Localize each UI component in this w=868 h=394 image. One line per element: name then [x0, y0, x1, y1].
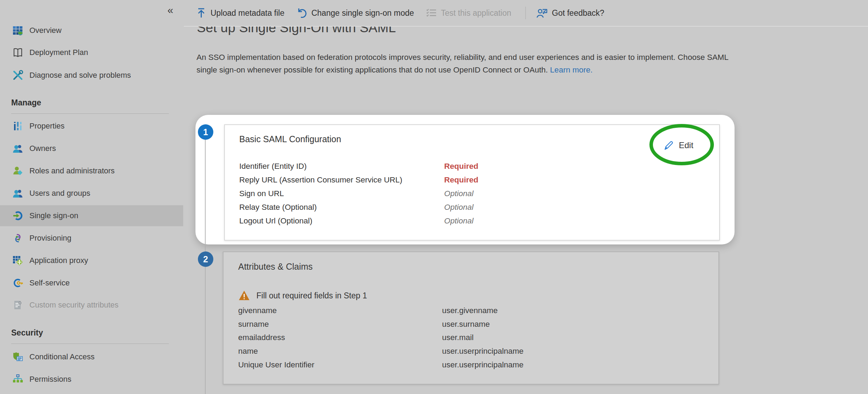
upload-metadata-file-button[interactable]: Upload metadata file: [197, 8, 284, 18]
roles-icon: [13, 166, 23, 176]
table-row: Unique User Identifier user.userprincipa…: [238, 358, 315, 372]
sidebar-item-custom-security-attributes[interactable]: Custom security attributes: [0, 297, 183, 313]
warning-icon: [238, 290, 250, 301]
custom-attributes-icon: [13, 300, 23, 310]
properties-icon: [13, 121, 23, 131]
checklist-icon: [426, 8, 436, 18]
provisioning-icon: [13, 233, 23, 243]
optional-value: Optional: [444, 214, 474, 228]
sidebar-item-application-proxy[interactable]: Application proxy: [0, 253, 183, 268]
sidebar-item-users-groups[interactable]: Users and groups: [0, 186, 183, 201]
table-row: Identifier (Entity ID) Required: [239, 159, 402, 173]
table-row: emailaddress user.mail: [238, 331, 315, 345]
warning-message: Fill out required fields in Step 1: [238, 289, 367, 303]
sidebar-item-diagnose[interactable]: Diagnose and solve problems: [0, 68, 183, 83]
table-row: givenname user.givenname: [238, 304, 315, 318]
required-value: Required: [444, 173, 478, 187]
table-row: Sign on URL Optional: [239, 187, 402, 200]
toolbar-separator: [525, 7, 526, 19]
got-feedback-button[interactable]: Got feedback?: [536, 7, 605, 19]
table-row: Reply URL (Assertion Consumer Service UR…: [239, 173, 402, 187]
table-row: surname user.surname: [238, 318, 315, 331]
optional-value: Optional: [444, 187, 474, 200]
edit-button[interactable]: Edit: [662, 136, 693, 155]
divider: [11, 344, 169, 344]
page-description: An SSO implementation based on federatio…: [197, 51, 740, 76]
upload-icon: [197, 8, 206, 18]
table-row: Logout Url (Optional) Optional: [239, 214, 402, 228]
table-row: name user.userprincipalname: [238, 345, 315, 358]
change-sso-mode-button[interactable]: Change single sign-on mode: [296, 7, 414, 19]
diagnose-icon: [13, 70, 23, 81]
basic-saml-configuration-card: Basic SAML Configuration Edit Identifier…: [224, 124, 720, 241]
self-service-icon: [13, 278, 23, 288]
pencil-icon: [662, 139, 674, 151]
feedback-icon: [536, 7, 547, 19]
required-value: Required: [444, 159, 478, 173]
step-connector-line: [205, 132, 206, 251]
owners-icon: [13, 143, 23, 154]
learn-more-link[interactable]: Learn more.: [550, 65, 592, 74]
permissions-icon: [13, 374, 23, 385]
sidebar-item-overview[interactable]: Overview: [0, 23, 183, 38]
sidebar-item-self-service[interactable]: Self-service: [0, 275, 183, 291]
single-sign-on-icon: [13, 210, 23, 221]
sidebar-item-conditional-access[interactable]: Conditional Access: [0, 349, 183, 365]
description-text: An SSO implementation based on federatio…: [197, 53, 728, 74]
overview-icon: [13, 25, 23, 36]
edit-button-label: Edit: [679, 140, 693, 150]
sidebar-section-manage: Manage: [11, 98, 41, 108]
sidebar-item-permissions[interactable]: Permissions: [0, 372, 183, 387]
sidebar-item-owners[interactable]: Owners: [0, 141, 183, 156]
divider: [11, 113, 169, 114]
sidebar-item-single-sign-on[interactable]: Single sign-on: [0, 205, 183, 226]
app-proxy-icon: [13, 255, 23, 266]
optional-value: Optional: [444, 200, 474, 214]
sidebar: « Overview Deployment Plan: [0, 0, 184, 394]
deployment-plan-icon: [13, 47, 23, 58]
conditional-access-icon: [13, 352, 23, 362]
sidebar-item-deployment-plan[interactable]: Deployment Plan: [0, 45, 183, 60]
saml-config-rows: Identifier (Entity ID) Required Reply UR…: [239, 159, 402, 228]
step2-badge: 2: [198, 251, 213, 267]
command-bar: Upload metadata file Change single sign-…: [184, 0, 868, 27]
card2-title: Attributes & Claims: [238, 262, 313, 272]
users-groups-icon: [13, 188, 23, 199]
attributes-claims-card: Attributes & Claims Fill out required fi…: [223, 251, 719, 385]
step1-badge: 1: [198, 124, 213, 140]
undo-icon: [296, 7, 307, 19]
sidebar-item-properties[interactable]: Properties: [0, 118, 183, 134]
collapse-sidebar-button[interactable]: «: [167, 5, 173, 15]
step-connector-line: [205, 259, 206, 394]
claims-rows: givenname user.givenname surname user.su…: [238, 304, 315, 372]
table-row: Relay State (Optional) Optional: [239, 200, 402, 214]
test-application-button[interactable]: Test this application: [426, 8, 511, 18]
sidebar-section-security: Security: [11, 328, 43, 338]
card1-title: Basic SAML Configuration: [239, 134, 341, 144]
sidebar-item-provisioning[interactable]: Provisioning: [0, 230, 183, 246]
sidebar-item-roles-administrators[interactable]: Roles and administrators: [0, 163, 183, 179]
